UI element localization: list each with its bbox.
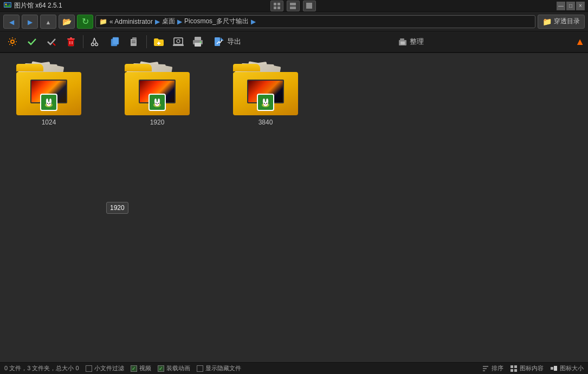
svg-rect-38 [399,40,406,45]
folder-1024-badge [40,94,57,111]
app-title: 图片馆 x64 2.5.1 [14,1,62,10]
sort-label: 排序 [492,364,503,372]
settings-button[interactable] [3,33,22,50]
small-file-filter-item[interactable]: 小文件过滤 [86,364,124,372]
folder-3840-tab [233,64,260,71]
app-icon [3,1,12,11]
select-reverse-button[interactable] [42,33,61,50]
minimize-button[interactable]: — [557,2,565,10]
folder-1024[interactable]: 1024 [16,64,81,126]
refresh-button[interactable] [77,15,93,29]
svg-rect-6 [274,6,276,9]
grid-large-icon[interactable] [303,1,316,11]
back-button[interactable] [3,15,20,29]
titlebar-left-section: 图片馆 x64 2.5.1 [3,1,62,11]
icon-size-button[interactable]: 图标大小 [550,364,584,372]
icon-content-button[interactable]: 图标内容 [510,364,544,372]
folder-3840[interactable]: 3840 [233,64,298,126]
svg-rect-14 [67,38,75,40]
delete-button[interactable] [62,33,80,50]
main-content: 1024 [0,53,588,362]
folder-1920-badge [148,94,166,111]
print-button[interactable] [189,33,207,50]
svg-rect-8 [290,3,296,5]
穿透目录-button[interactable]: 📁 穿透目录 [538,15,585,29]
svg-rect-68 [511,369,513,372]
close-button[interactable]: × [576,2,585,10]
small-file-checkbox[interactable] [86,365,92,372]
svg-rect-31 [173,44,184,46]
titlebar-controls: — □ × [557,2,585,10]
grid-small-icon[interactable] [270,1,283,11]
address-part-desktop: 桌面 [162,17,175,26]
paste-button[interactable] [125,33,144,50]
folder-button[interactable]: 📂 [59,15,75,29]
address-folder-icon: 📁 [99,18,107,25]
svg-rect-9 [290,6,296,9]
navbar: 📂 📁 « Administrator ▶ 桌面 ▶ Picosmos_多尺寸输… [0,12,588,31]
svg-point-53 [156,103,157,104]
address-bar[interactable]: 📁 « Administrator ▶ 桌面 ▶ Picosmos_多尺寸输出 … [95,15,535,28]
svg-rect-25 [132,37,137,40]
animation-label: 装载动画 [166,364,190,372]
icon-content-label: 图标内容 [520,364,544,372]
video-label: 视频 [139,364,151,372]
folder-tooltip: 1920 [106,202,128,214]
svg-point-54 [158,103,159,104]
hidden-label: 显示隐藏文件 [205,364,241,372]
sort-button[interactable]: 排序 [482,364,503,372]
folder-1920-body [125,64,190,115]
toolbar-separator-1 [83,35,83,48]
svg-rect-27 [132,42,135,43]
svg-rect-7 [277,6,280,9]
statusbar: 0 文件，3 文件夹，总大小 0 小文件过滤 ✓ 视频 ✓ 装载动画 显示隐藏文… [0,362,588,374]
folder-open-icon: 📂 [62,17,72,26]
svg-rect-67 [514,365,517,368]
forward-button[interactable] [22,15,38,29]
grid-medium-icon[interactable] [287,1,300,11]
folder-1920-tab [125,64,152,71]
toolbar: 导出 整理 ▲ [0,31,588,53]
svg-line-12 [53,43,55,45]
up-arrow-icon [46,17,51,26]
titlebar: 图片馆 x64 2.5.1 — □ × [0,0,588,12]
export-button[interactable]: 导出 [208,33,246,50]
tooltip-text: 1920 [110,204,125,212]
cut-button[interactable] [86,33,105,50]
new-folder-button[interactable] [150,33,168,50]
folder-3840-label: 3840 [259,119,273,126]
back-arrow-icon [9,17,14,26]
up-button[interactable] [40,15,56,29]
hidden-file-item[interactable]: 显示隐藏文件 [197,364,241,372]
svg-line-21 [94,38,96,43]
select-all-button[interactable] [23,33,41,50]
icon-content-icon [510,365,518,372]
export-label: 导出 [227,37,241,47]
svg-rect-66 [511,365,513,368]
folder-1024-tab [16,64,43,71]
toolbar-separator-2 [146,35,147,48]
svg-rect-70 [551,367,553,370]
statusbar-right: 排序 图标内容 图标大小 [482,364,584,372]
address-part-admin: « Administrator [109,18,153,25]
maximize-button[interactable]: □ [566,2,575,10]
screenshot-button[interactable] [169,33,188,50]
svg-point-11 [11,40,14,43]
svg-rect-69 [514,369,517,372]
folders-area: 1024 [0,53,588,137]
small-file-label: 小文件过滤 [94,364,124,372]
video-item[interactable]: ✓ 视频 [131,364,151,372]
organize-button[interactable]: 整理 [393,33,429,50]
svg-point-46 [47,103,48,104]
svg-point-47 [49,103,50,104]
icon-size-icon [550,365,558,372]
animation-item[interactable]: ✓ 装载动画 [158,364,190,372]
folder-1920[interactable]: 1920 [125,64,190,126]
svg-point-32 [177,40,180,43]
animation-checkbox[interactable]: ✓ [158,365,164,372]
copy-image-button[interactable] [106,33,124,50]
folder-1920-label: 1920 [150,119,165,126]
穿透目录-label: 穿透目录 [554,17,580,26]
video-checkbox[interactable]: ✓ [131,365,137,372]
hidden-file-checkbox[interactable] [197,365,203,372]
